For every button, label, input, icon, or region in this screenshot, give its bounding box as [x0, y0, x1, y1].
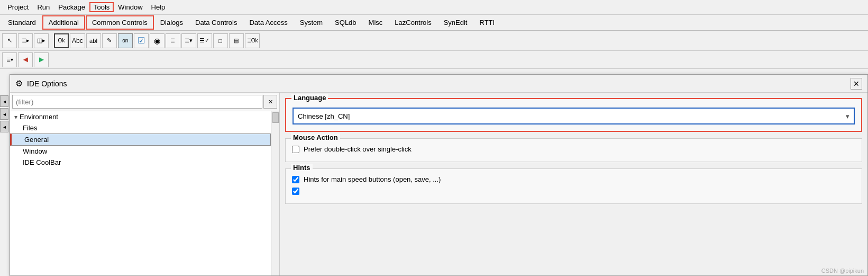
component-tabs: Standard Additional Common Controls Dial… — [0, 15, 868, 31]
tab-sqldb[interactable]: SQLdb — [329, 16, 362, 29]
menu-tools[interactable]: Tools — [89, 2, 114, 12]
tree-node-files[interactable]: Files — [10, 122, 271, 133]
double-click-checkbox[interactable] — [292, 146, 299, 153]
ide-options-dialog: ⚙ IDE Options ✕ ✕ ▾ Environment — [10, 74, 868, 276]
dropdown-button[interactable]: ≣▾ — [2, 52, 17, 67]
toolbar-btn-1[interactable]: ≣▸ — [18, 33, 33, 48]
edit-tool[interactable]: abI — [86, 33, 101, 48]
tree-node-general[interactable]: General — [10, 133, 271, 146]
tab-standard[interactable]: Standard — [2, 16, 42, 29]
listbox-tool[interactable]: ≣ — [166, 33, 180, 48]
tree-node-label: Environment — [20, 113, 58, 121]
language-dropdown[interactable]: Chinese [zh_CN] English German French Sp… — [293, 108, 855, 124]
hints-speed-buttons-label: Hints for main speed buttons (open, save… — [304, 175, 441, 183]
filter-input[interactable] — [12, 95, 262, 109]
hints-option-2-checkbox[interactable] — [292, 188, 299, 195]
mouse-action-label: Mouse Action — [291, 133, 340, 141]
tree-view: ▾ Environment Files General — [10, 111, 271, 275]
dialog-title: ⚙ IDE Options — [15, 78, 67, 88]
double-click-option: Prefer double-click over single-click — [292, 143, 855, 155]
groupbox-tool[interactable]: ≣Ok — [245, 33, 260, 48]
tab-data-access[interactable]: Data Access — [243, 16, 293, 29]
edge-btn-3[interactable]: ◂ — [0, 121, 8, 132]
menu-package[interactable]: Package — [54, 2, 89, 12]
combobox-tool[interactable]: ≣▾ — [181, 33, 196, 48]
radio-tool[interactable]: ◉ — [150, 33, 165, 48]
content-panel: Language Chinese [zh_CN] English German … — [280, 93, 867, 275]
edge-btn-2[interactable]: ◂ — [0, 108, 8, 120]
tree-node-label: General — [24, 136, 49, 144]
tab-additional[interactable]: Additional — [42, 15, 85, 30]
close-button[interactable]: ✕ — [851, 78, 862, 90]
select-tool-button[interactable]: ↖ — [2, 33, 17, 48]
label-tool[interactable]: Abc — [70, 33, 85, 48]
tab-dialogs[interactable]: Dialogs — [154, 16, 189, 29]
mouse-action-section: Mouse Action Prefer double-click over si… — [285, 138, 862, 162]
tab-data-controls[interactable]: Data Controls — [189, 16, 243, 29]
tab-lazcontrols[interactable]: LazControls — [389, 16, 437, 29]
menu-project[interactable]: Project — [3, 2, 33, 12]
secondary-toolbar: ≣▾ ◀ ▶ — [0, 51, 868, 69]
tree-node-label: Files — [23, 124, 37, 132]
tree-node-window[interactable]: Window — [10, 146, 271, 157]
hints-option-2 — [292, 185, 855, 197]
tab-misc[interactable]: Misc — [363, 16, 389, 29]
tree-panel: ✕ ▾ Environment Files — [10, 93, 280, 275]
menu-window[interactable]: Window — [114, 2, 147, 12]
toggle-tool[interactable]: on — [118, 33, 133, 48]
back-button[interactable]: ◀ — [18, 52, 33, 67]
toolbar-sep-1 — [50, 33, 53, 48]
hints-section: Hints Hints for main speed buttons (open… — [285, 168, 862, 204]
forward-button[interactable]: ▶ — [34, 52, 49, 67]
filter-bar: ✕ — [10, 93, 279, 111]
tab-synedit[interactable]: SynEdit — [438, 16, 473, 29]
dialog-title-text: IDE Options — [27, 79, 67, 88]
panel-tool[interactable]: □ — [213, 33, 228, 48]
tab-system[interactable]: System — [294, 16, 328, 29]
double-click-label: Prefer double-click over single-click — [304, 145, 412, 153]
checklistbox-tool[interactable]: ☰✓ — [197, 33, 212, 48]
expand-icon: ▾ — [14, 113, 17, 121]
menu-help[interactable]: Help — [147, 2, 170, 12]
left-edge-buttons: ◂ ◂ ◂ — [0, 95, 8, 132]
ok-button-tool[interactable]: Ok — [54, 33, 69, 48]
language-dropdown-wrapper: Chinese [zh_CN] English German French Sp… — [293, 108, 855, 124]
tree-node-label: Window — [23, 147, 47, 155]
hints-speed-buttons-option: Hints for main speed buttons (open, save… — [292, 173, 855, 185]
checkbox-tool[interactable]: ☑ — [134, 33, 149, 48]
tree-node-ide-coolbar[interactable]: IDE CoolBar — [10, 157, 271, 168]
memo-tool[interactable]: ✎ — [102, 33, 117, 48]
edge-btn-1[interactable]: ◂ — [0, 95, 8, 107]
menu-bar: Project Run Package Tools Window Help — [0, 0, 868, 15]
tree-node-label: IDE CoolBar — [23, 158, 61, 166]
component-toolbar: ↖ ≣▸ ◫▸ Ok Abc abI ✎ on ☑ ◉ ≣ ≣▾ ☰✓ □ ▤ … — [0, 31, 868, 51]
main-area: ◂ ◂ ◂ ⚙ IDE Options ✕ ✕ — [0, 69, 868, 276]
toolbar-btn-2[interactable]: ◫▸ — [34, 33, 49, 48]
dialog-titlebar: ⚙ IDE Options ✕ — [10, 75, 867, 93]
tree-scrollbar[interactable] — [271, 111, 279, 275]
watermark: CSDN @pipikun — [821, 268, 864, 274]
tab-common-controls[interactable]: Common Controls — [86, 15, 154, 30]
filter-clear-button[interactable]: ✕ — [263, 95, 277, 109]
menu-run[interactable]: Run — [33, 2, 54, 12]
hints-speed-buttons-checkbox[interactable] — [292, 176, 299, 183]
tab-rtti[interactable]: RTTI — [473, 16, 500, 29]
language-section: Language Chinese [zh_CN] English German … — [285, 98, 862, 132]
tree-node-environment[interactable]: ▾ Environment — [10, 111, 271, 122]
dialog-body: ✕ ▾ Environment Files — [10, 93, 867, 275]
language-section-label: Language — [291, 94, 328, 102]
scrollbar-tool[interactable]: ▤ — [229, 33, 244, 48]
hints-section-label: Hints — [291, 164, 313, 172]
gear-icon: ⚙ — [15, 78, 23, 88]
